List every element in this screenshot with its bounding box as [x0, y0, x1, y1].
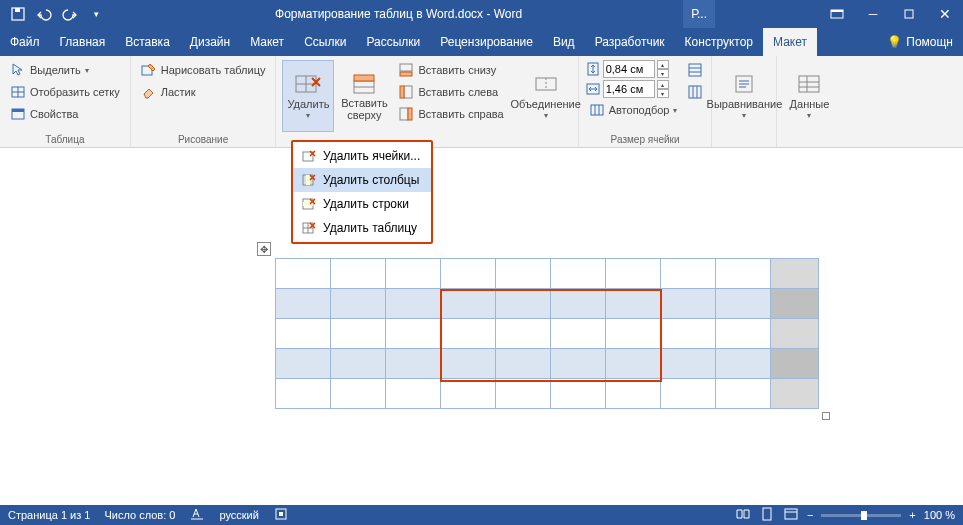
svg-rect-30	[689, 64, 701, 76]
ribbon-display-options[interactable]	[819, 0, 855, 28]
properties-button[interactable]: Свойства	[6, 104, 124, 124]
document-title: Форматирование таблиц в Word.docx - Word	[114, 7, 683, 21]
insert-left-icon	[398, 84, 414, 100]
save-button[interactable]	[6, 2, 30, 26]
delete-cells-item[interactable]: Удалить ячейки...	[293, 144, 431, 168]
col-width-input[interactable]: ▴▾	[585, 80, 682, 98]
insert-right-button[interactable]: Вставить справа	[394, 104, 507, 124]
eraser-button[interactable]: Ластик	[137, 82, 270, 102]
grid-icon	[10, 84, 26, 100]
autofit-button[interactable]: Автоподбор▾	[585, 100, 682, 120]
group-cellsize: ▴▾ ▴▾ Автоподбор▾ Размер ячейки	[579, 56, 713, 147]
svg-rect-19	[404, 86, 412, 98]
maximize-button[interactable]	[891, 0, 927, 28]
tab-review[interactable]: Рецензирование	[430, 28, 543, 56]
alignment-button[interactable]: Выравнивание ▾	[718, 60, 770, 132]
zoom-in[interactable]: +	[909, 509, 915, 521]
group-merge: Объединение ▾	[514, 56, 579, 147]
row-height-input[interactable]: ▴▾	[585, 60, 682, 78]
data-button[interactable]: Данные ▾	[783, 60, 835, 132]
tab-references[interactable]: Ссылки	[294, 28, 356, 56]
delete-table-icon2	[301, 220, 317, 236]
print-layout-icon	[759, 506, 775, 522]
ribbon-options-icon	[829, 6, 845, 22]
tab-view[interactable]: Вид	[543, 28, 585, 56]
svg-rect-27	[591, 105, 603, 115]
view-web[interactable]	[783, 506, 799, 524]
tab-table-layout[interactable]: Макет	[763, 28, 817, 56]
tell-me[interactable]: 💡Помощн	[877, 28, 963, 56]
delete-rows-icon	[301, 196, 317, 212]
status-macro[interactable]	[273, 506, 289, 524]
delete-table-item[interactable]: Удалить таблицу	[293, 216, 431, 240]
close-button[interactable]: ✕	[927, 0, 963, 28]
svg-rect-9	[12, 109, 24, 112]
view-print[interactable]	[759, 506, 775, 524]
table-row[interactable]	[276, 349, 819, 379]
tab-home[interactable]: Главная	[50, 28, 116, 56]
dist-cols-icon	[687, 84, 703, 100]
status-language[interactable]: русский	[219, 509, 258, 521]
bulb-icon: 💡	[887, 35, 902, 49]
height-icon	[585, 61, 601, 77]
tab-developer[interactable]: Разработчик	[585, 28, 675, 56]
status-page[interactable]: Страница 1 из 1	[8, 509, 90, 521]
insert-right-icon	[398, 106, 414, 122]
svg-rect-22	[408, 108, 412, 120]
delete-cells-icon	[301, 148, 317, 164]
zoom-level[interactable]: 100 %	[924, 509, 955, 521]
tab-design[interactable]: Дизайн	[180, 28, 240, 56]
view-read[interactable]	[735, 506, 751, 524]
chevron-down-icon: ▾	[88, 6, 104, 22]
table-row[interactable]	[276, 259, 819, 289]
zoom-slider[interactable]	[821, 514, 901, 517]
account-button[interactable]: Р...	[683, 0, 715, 28]
zoom-out[interactable]: −	[807, 509, 813, 521]
tab-file[interactable]: Файл	[0, 28, 50, 56]
insert-below-button[interactable]: Вставить снизу	[394, 60, 507, 80]
status-bar: Страница 1 из 1 Число слов: 0 русский − …	[0, 505, 963, 525]
cursor-icon	[10, 62, 26, 78]
svg-rect-21	[400, 108, 408, 120]
document-area[interactable]: ✥	[0, 148, 963, 505]
redo-button[interactable]	[58, 2, 82, 26]
delete-columns-item[interactable]: Удалить столбцы	[293, 168, 431, 192]
tab-constructor[interactable]: Конструктор	[675, 28, 763, 56]
insert-below-icon	[398, 62, 414, 78]
delete-button[interactable]: Удалить ▾	[282, 60, 334, 132]
table-row[interactable]	[276, 379, 819, 409]
dist-rows-icon	[687, 62, 703, 78]
merge-button[interactable]: Объединение ▾	[520, 60, 572, 132]
svg-rect-55	[785, 509, 797, 519]
insert-above-icon	[348, 71, 380, 95]
qat-customize[interactable]: ▾	[84, 2, 108, 26]
ribbon-tabs: Файл Главная Вставка Дизайн Макет Ссылки…	[0, 28, 963, 56]
table-move-handle[interactable]: ✥	[257, 242, 271, 256]
minimize-button[interactable]: ─	[855, 0, 891, 28]
select-button[interactable]: Выделить▾	[6, 60, 124, 80]
svg-rect-17	[400, 64, 412, 71]
undo-button[interactable]	[32, 2, 56, 26]
table-resize-handle[interactable]	[822, 412, 830, 420]
status-words[interactable]: Число слов: 0	[104, 509, 175, 521]
gridlines-button[interactable]: Отобразить сетку	[6, 82, 124, 102]
page: ✥	[78, 178, 878, 498]
delete-rows-item[interactable]: Удалить строки	[293, 192, 431, 216]
data-icon	[793, 72, 825, 96]
table-row[interactable]	[276, 289, 819, 319]
group-align: Выравнивание ▾	[712, 56, 777, 147]
distribute-rows-button[interactable]	[685, 60, 705, 80]
insert-left-button[interactable]: Вставить слева	[394, 82, 507, 102]
tab-mailings[interactable]: Рассылки	[356, 28, 430, 56]
tab-insert[interactable]: Вставка	[115, 28, 180, 56]
tab-layout[interactable]: Макет	[240, 28, 294, 56]
table-row[interactable]	[276, 319, 819, 349]
undo-icon	[36, 6, 52, 22]
draw-table-button[interactable]: Нарисовать таблицу	[137, 60, 270, 80]
distribute-cols-button[interactable]	[685, 82, 705, 102]
minimize-icon: ─	[869, 7, 878, 21]
status-spellcheck[interactable]	[189, 506, 205, 524]
document-table[interactable]	[275, 258, 819, 409]
delete-table-icon	[292, 72, 324, 96]
insert-above-button[interactable]: Вставить сверху	[338, 60, 390, 132]
